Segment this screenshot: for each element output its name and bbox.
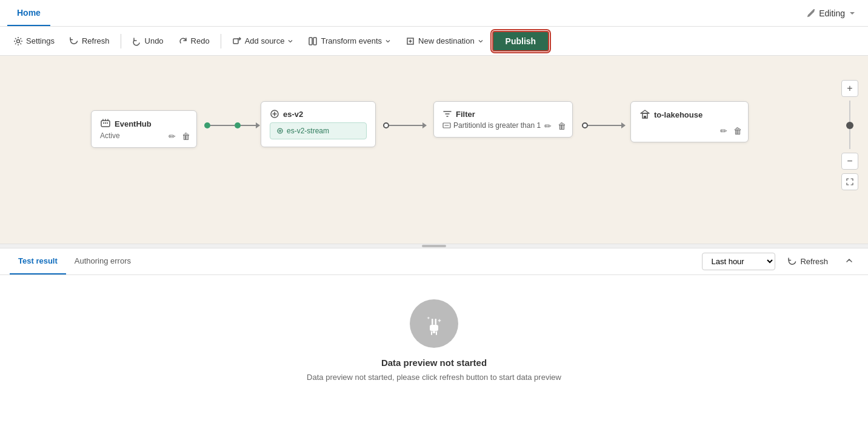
empty-state-title: Data preview not started — [381, 358, 487, 368]
toolbar-separator-2 — [221, 34, 221, 48]
tab-authoring-errors[interactable]: Authoring errors — [66, 248, 139, 274]
destination-chevron-icon — [478, 38, 484, 44]
connector-arrow-1 — [256, 122, 260, 128]
svg-rect-6 — [105, 122, 106, 124]
svg-rect-7 — [107, 122, 108, 124]
pencil-icon — [807, 9, 815, 18]
connector-dot-2 — [235, 122, 241, 128]
lakehouse-delete-button[interactable]: 🗑 — [732, 125, 743, 137]
lakehouse-edit-button[interactable]: ✏ — [719, 125, 729, 137]
condition-icon — [442, 121, 451, 130]
time-range-select[interactable]: Last hour Last 24 hours Last 7 days — [702, 253, 775, 270]
new-destination-icon — [406, 36, 415, 46]
svg-rect-15 — [435, 319, 437, 325]
canvas-area: EventHub Active ✏ 🗑 es-v2 — [0, 56, 868, 244]
eventhub-delete-button[interactable]: 🗑 — [181, 130, 192, 142]
zoom-in-button[interactable]: + — [841, 80, 858, 97]
nav-tabs: Home — [7, 0, 50, 26]
chevron-up-icon — [845, 256, 853, 265]
redo-label: Redo — [191, 36, 210, 45]
panel-refresh-icon — [787, 257, 797, 267]
redo-icon — [178, 36, 188, 46]
add-source-label: Add source — [245, 36, 285, 45]
connector-dot-4 — [582, 122, 588, 128]
transform-icon — [308, 36, 318, 46]
svg-rect-3 — [313, 38, 316, 45]
eventhub-icon — [100, 118, 111, 129]
zoom-slider-thumb[interactable] — [846, 122, 853, 129]
filter-icon — [442, 109, 452, 119]
lakehouse-node: to-lakehouse ✏ 🗑 — [630, 101, 749, 142]
publish-label: Publish — [506, 36, 536, 46]
undo-label: Undo — [145, 36, 164, 45]
refresh-icon — [69, 36, 79, 46]
settings-label: Settings — [26, 36, 55, 45]
lakehouse-node-actions: ✏ 🗑 — [719, 125, 743, 137]
connector-line-3 — [588, 125, 621, 126]
refresh-button[interactable]: Refresh — [63, 33, 116, 49]
panel-collapse-button[interactable] — [840, 253, 858, 270]
transform-events-button[interactable]: Transform events — [302, 33, 397, 49]
publish-button[interactable]: Publish — [492, 31, 550, 52]
connector-dot-3 — [383, 122, 389, 128]
panel-tabs: Test result Authoring errors Last hour L… — [0, 248, 868, 275]
stream-badge-icon — [276, 127, 284, 135]
add-source-button[interactable]: Add source — [226, 33, 300, 49]
empty-state: Data preview not started Data preview no… — [0, 275, 868, 406]
esv2-node-title: es-v2 — [270, 109, 367, 119]
connector-line-2 — [389, 125, 422, 126]
top-nav: Home Editing — [0, 0, 868, 27]
plug-icon — [421, 310, 447, 337]
empty-state-subtitle: Data preview not started, please click r… — [307, 373, 561, 382]
tab-test-result[interactable]: Test result — [10, 248, 66, 274]
new-destination-label: New destination — [418, 36, 475, 45]
eventhub-edit-button[interactable]: ✏ — [167, 130, 177, 142]
eventhub-node-actions: ✏ 🗑 — [167, 130, 192, 142]
new-destination-button[interactable]: New destination — [399, 33, 490, 49]
filter-node-actions: ✏ 🗑 — [543, 120, 567, 132]
divider-pill — [422, 245, 446, 247]
svg-point-0 — [17, 39, 20, 42]
panel-refresh-label: Refresh — [800, 257, 828, 266]
eventhub-node: EventHub Active ✏ 🗑 — [91, 110, 197, 148]
zoom-controls: + − — [841, 80, 858, 190]
panel-refresh-button[interactable]: Refresh — [780, 254, 835, 270]
filter-node-title: Filter — [442, 109, 564, 119]
zoom-out-button[interactable]: − — [841, 153, 858, 170]
connector-1 — [204, 122, 260, 128]
editing-label: Editing — [819, 8, 845, 18]
lakehouse-icon — [639, 109, 650, 120]
settings-icon — [13, 36, 23, 46]
chevron-down-icon — [849, 10, 856, 17]
svg-rect-14 — [432, 319, 433, 325]
editing-badge[interactable]: Editing — [802, 6, 861, 21]
filter-edit-button[interactable]: ✏ — [543, 120, 553, 132]
undo-button[interactable]: Undo — [126, 33, 170, 49]
bottom-panel: Test result Authoring errors Last hour L… — [0, 248, 868, 406]
redo-button[interactable]: Redo — [172, 33, 216, 49]
filter-node: Filter PartitionId is greater than 1 ✏ 🗑 — [433, 101, 573, 138]
fit-icon — [846, 178, 854, 186]
connector-arrow-3 — [621, 122, 626, 128]
connector-line-1b — [241, 125, 256, 126]
panel-divider[interactable] — [0, 244, 868, 248]
connector-arrow-2 — [422, 122, 427, 128]
eventhub-node-title: EventHub — [100, 118, 188, 129]
svg-rect-1 — [233, 39, 238, 44]
lakehouse-node-title: to-lakehouse — [639, 109, 739, 120]
panel-right-controls: Last hour Last 24 hours Last 7 days Refr… — [702, 253, 858, 270]
svg-rect-5 — [103, 122, 104, 124]
esv2-node: es-v2 es-v2-stream — [261, 101, 376, 147]
filter-delete-button[interactable]: 🗑 — [556, 120, 567, 132]
transform-events-label: Transform events — [321, 36, 382, 45]
connector-2 — [383, 122, 427, 128]
stream-icon — [270, 109, 279, 119]
zoom-fit-button[interactable] — [841, 173, 858, 190]
settings-button[interactable]: Settings — [7, 33, 61, 49]
undo-icon — [132, 36, 142, 46]
esv2-stream-badge: es-v2-stream — [270, 122, 367, 139]
add-source-chevron-icon — [287, 38, 293, 44]
connector-dot-1 — [204, 122, 210, 128]
nav-tab-home[interactable]: Home — [7, 0, 50, 26]
svg-rect-12 — [644, 116, 646, 118]
